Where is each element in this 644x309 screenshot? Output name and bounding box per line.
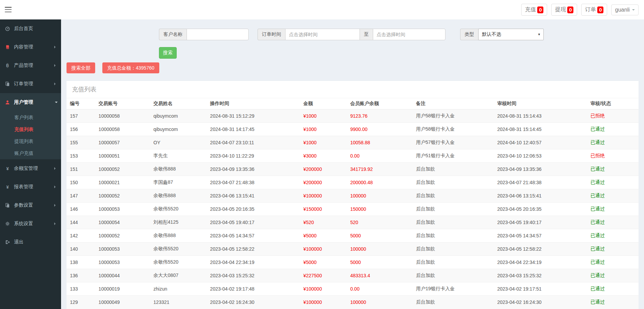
- cell-audit_time: 2023-04-09 13:35:36: [494, 163, 587, 176]
- sidebar-subitem-account-recharge[interactable]: 账户充值: [0, 147, 61, 159]
- cell-name: 余敬伟5520: [150, 256, 207, 269]
- cell-balance: 520: [347, 216, 413, 229]
- cell-audit_time: 2023-04-05 14:34:57: [494, 229, 587, 242]
- cell-note: 后台加款: [413, 203, 494, 216]
- cell-audit_time: 2023-04-03 15:25:32: [494, 269, 587, 282]
- cell-audit_time: 2023-04-10 12:06:53: [494, 149, 587, 163]
- search-all-button[interactable]: 搜索全部: [67, 62, 95, 73]
- sidebar-item-report[interactable]: ¥报表管理: [0, 178, 61, 196]
- sidebar-item-system[interactable]: 系统设置: [0, 215, 61, 233]
- type-label: 类型: [460, 29, 478, 40]
- customer-name-input[interactable]: [187, 29, 249, 40]
- cell-balance: 0.00: [347, 282, 413, 296]
- cell-amount: ¥150000: [300, 203, 347, 216]
- header-order-button[interactable]: 订单 0: [581, 4, 607, 16]
- cell-status: 已通过: [587, 136, 639, 149]
- table-row: 14010000053余敬伟55202023-04-05 12:58:22¥10…: [67, 242, 639, 256]
- table-row: 129100000491233212023-04-02 16:24:30¥100…: [67, 296, 639, 309]
- cell-time: 2024-08-31 14:17:45: [207, 123, 300, 136]
- sidebar-item-label: 订单管理: [14, 81, 33, 87]
- cell-time: 2024-04-07 23:10:11: [207, 136, 300, 149]
- svg-text:B: B: [6, 63, 9, 68]
- cell-account: 10000019: [95, 282, 150, 296]
- table-row: 14210000052余敬伟8882023-04-05 14:34:57¥500…: [67, 229, 639, 242]
- user-menu-button[interactable]: guanli: [611, 4, 639, 15]
- sidebar-item-params[interactable]: 参数设置: [0, 196, 61, 215]
- cell-account: 10000058: [95, 123, 150, 136]
- cell-time: 2023-04-03 15:25:32: [207, 269, 300, 282]
- cell-amount: ¥1000: [300, 123, 347, 136]
- cell-amount: ¥3000: [300, 149, 347, 163]
- sidebar-item-label: 后台首页: [14, 26, 33, 32]
- cell-name: 刘相彤4125: [150, 216, 207, 229]
- column-header: 交易账号: [95, 98, 150, 109]
- sidebar-subitem-customer-list[interactable]: 客户列表: [0, 112, 61, 123]
- table-row: 13610000044余大大08072023-04-03 15:25:32¥22…: [67, 269, 639, 282]
- recharge-list-panel: 充值列表 编号交易账号交易姓名操作时间金额会员账户余额备注审核时间审核/状态 1…: [67, 80, 639, 309]
- cell-note: 后台加款: [413, 216, 494, 229]
- cell-balance: 10058.88: [347, 136, 413, 149]
- sidebar-item-user[interactable]: 用户管理: [0, 93, 61, 112]
- cell-account: 10000053: [95, 256, 150, 269]
- table-row: 13310000019zhizun2023-04-02 19:17:48¥100…: [67, 282, 639, 296]
- cell-name: 余敬伟888: [150, 189, 207, 203]
- sidebar-item-content[interactable]: 内容管理: [0, 38, 61, 56]
- sidebar-item-product[interactable]: B产品管理: [0, 56, 61, 75]
- chevron-right-icon: [54, 64, 57, 67]
- cell-balance: 200000.48: [347, 176, 413, 189]
- cell-status: 已通过: [587, 189, 639, 203]
- cell-time: 2023-04-07 21:48:38: [207, 176, 300, 189]
- header-recharge-button[interactable]: 充值 0: [521, 4, 547, 16]
- type-select[interactable]: 默认不选 ▼: [478, 29, 544, 40]
- cell-id: 144: [67, 216, 95, 229]
- sidebar-subitem-recharge-list[interactable]: 充值列表: [0, 123, 61, 135]
- sidebar-item-yuebao[interactable]: ¥余额宝管理: [0, 159, 61, 178]
- bitcoin-icon: B: [5, 63, 11, 68]
- sidebar-section-system: 系统设置: [0, 215, 61, 233]
- sidebar-subitem-withdraw-list[interactable]: 提现列表: [0, 135, 61, 147]
- book-icon: [5, 45, 11, 49]
- cell-audit_time: 2023-04-05 12:58:22: [494, 242, 587, 256]
- cell-note: 后台加款: [413, 176, 494, 189]
- time-to-label: 至: [360, 29, 373, 40]
- cell-id: 156: [67, 123, 95, 136]
- cell-status: 已通过: [587, 282, 639, 296]
- cell-status: 已通过: [587, 242, 639, 256]
- cell-balance: 0.00: [347, 149, 413, 163]
- cell-id: 140: [67, 242, 95, 256]
- chevron-right-icon: [54, 186, 57, 188]
- sidebar-item-order[interactable]: 订单管理: [0, 75, 61, 93]
- cell-name: 余敬伟888: [150, 229, 207, 242]
- cell-note: 后台加款: [413, 189, 494, 203]
- time-start-input[interactable]: [285, 29, 360, 40]
- sidebar-item-home[interactable]: 后台首页: [0, 19, 61, 38]
- cell-amount: ¥100000: [300, 189, 347, 203]
- header-withdraw-button[interactable]: 提现 0: [551, 4, 577, 16]
- cell-account: 10000052: [95, 229, 150, 242]
- sidebar-item-logout[interactable]: 退出: [0, 233, 61, 251]
- customer-name-group: 客户名称: [159, 29, 249, 40]
- cell-time: 2023-04-10 11:22:29: [207, 149, 300, 163]
- cell-name: 123321: [150, 296, 207, 309]
- recharge-total-badge: 充值总金额：4395760: [102, 62, 159, 73]
- cell-audit_time: 2023-04-05 19:40:17: [494, 216, 587, 229]
- table-row: 15710000058qibuymcom2024-08-31 15:12:29¥…: [67, 109, 639, 123]
- cell-note: 后台加款: [413, 296, 494, 309]
- cell-note: 用户57银行卡入金: [413, 136, 494, 149]
- select-caret-icon: ▼: [538, 33, 541, 36]
- cell-status: 已通过: [587, 123, 639, 136]
- sidebar-item-label: 参数设置: [14, 202, 33, 208]
- search-button[interactable]: 搜索: [159, 47, 177, 59]
- cell-status: 已通过: [587, 229, 639, 242]
- time-end-input[interactable]: [373, 29, 445, 40]
- cell-time: 2023-04-05 14:34:57: [207, 229, 300, 242]
- cell-account: 10000044: [95, 269, 150, 282]
- cell-account: 10000053: [95, 242, 150, 256]
- sidebar-toggle-icon[interactable]: [5, 7, 12, 12]
- cell-status: 已通过: [587, 269, 639, 282]
- cell-amount: ¥200000: [300, 163, 347, 176]
- cell-audit_time: 2024-08-31 15:14:45: [494, 123, 587, 136]
- yen-icon: ¥: [5, 185, 11, 189]
- cell-balance: 5000: [347, 256, 413, 269]
- cell-account: 10000058: [95, 109, 150, 123]
